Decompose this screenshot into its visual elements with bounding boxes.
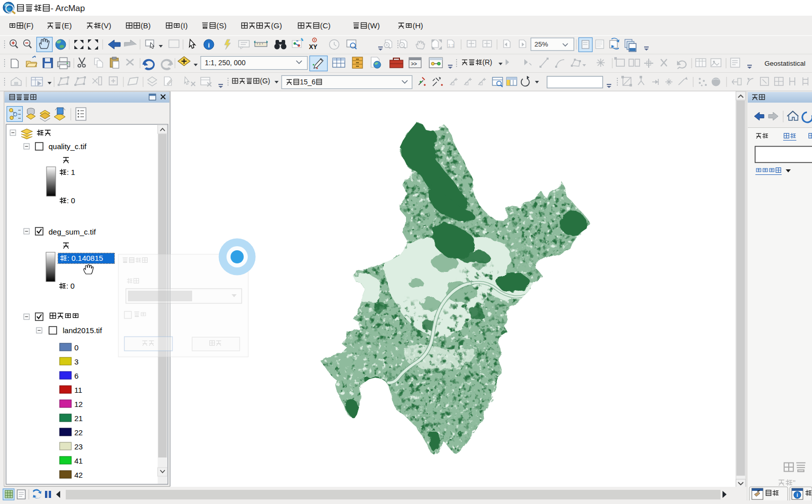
- svg-text:41: 41: [74, 456, 83, 465]
- svg-text:3: 3: [74, 357, 78, 366]
- svg-text:(I): (I): [181, 21, 188, 30]
- svg-text:(R): (R): [482, 58, 492, 66]
- svg-text:1:1: 1:1: [448, 43, 455, 48]
- svg-text:i: i: [208, 41, 210, 49]
- svg-text:": ": [793, 478, 795, 487]
- svg-text:- ArcMap: - ArcMap: [51, 4, 85, 13]
- svg-text:>>: >>: [411, 61, 417, 67]
- svg-text:(S): (S): [216, 21, 227, 30]
- svg-text:0: 0: [74, 343, 78, 352]
- svg-text:(F): (F): [24, 21, 33, 30]
- svg-text:12: 12: [74, 400, 83, 408]
- svg-text:(C): (C): [320, 21, 331, 30]
- svg-text:1:1, 250, 000: 1:1, 250, 000: [205, 59, 246, 67]
- svg-text:: 1: : 1: [67, 168, 75, 176]
- svg-text:XY: XY: [309, 43, 318, 51]
- svg-text:15_6: 15_6: [300, 78, 315, 86]
- svg-text:23: 23: [74, 442, 83, 451]
- svg-text:21: 21: [74, 414, 83, 423]
- svg-text:(E): (E): [62, 21, 72, 30]
- svg-text:(G): (G): [271, 21, 282, 30]
- svg-text:i: i: [797, 492, 798, 498]
- svg-text:: 0: : 0: [67, 196, 75, 205]
- svg-text:(W): (W): [368, 21, 380, 30]
- svg-text:deg_sum_c.tif: deg_sum_c.tif: [49, 227, 96, 236]
- svg-text:11: 11: [74, 386, 82, 394]
- svg-text:42: 42: [74, 471, 83, 479]
- svg-text:land2015.tif: land2015.tif: [63, 326, 102, 335]
- svg-text:6: 6: [74, 372, 78, 380]
- svg-text:22: 22: [74, 428, 83, 437]
- svg-text:: 0: : 0: [66, 282, 75, 290]
- svg-text:: 0.140815: : 0.140815: [67, 254, 103, 262]
- svg-text:(H): (H): [413, 21, 423, 30]
- svg-text:(V): (V): [101, 21, 111, 30]
- svg-text:(B): (B): [141, 21, 151, 30]
- svg-text:(G): (G): [260, 77, 270, 85]
- svg-text:25%: 25%: [534, 40, 548, 48]
- svg-text:quality_c.tif: quality_c.tif: [49, 142, 87, 151]
- svg-text:Geostatistical: Geostatistical: [764, 60, 805, 67]
